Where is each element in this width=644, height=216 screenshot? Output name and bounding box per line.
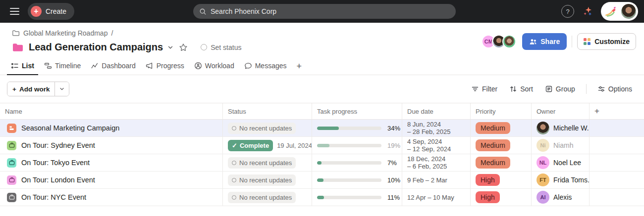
task-name-cell[interactable]: On Tour: NYC Event xyxy=(0,189,223,206)
tab-progress[interactable]: Progress xyxy=(142,58,188,75)
tab-workload[interactable]: Workload xyxy=(190,58,238,75)
create-button[interactable]: + Create xyxy=(28,3,74,20)
member-avatar-photo-2[interactable] xyxy=(502,35,516,48)
group-icon xyxy=(545,85,553,93)
priority-cell[interactable]: High xyxy=(471,189,532,206)
column-header-task-progress[interactable]: Task progress xyxy=(312,103,402,119)
menu-icon[interactable] xyxy=(6,3,23,20)
progress-percent: 7% xyxy=(387,159,397,167)
options-button[interactable]: Options xyxy=(593,83,636,95)
status-circle-icon xyxy=(201,44,207,50)
status-cell[interactable]: No recent updates ✓ xyxy=(223,189,312,206)
column-header-owner[interactable]: Owner xyxy=(532,103,590,119)
status-circle-icon xyxy=(232,161,236,165)
table-row[interactable]: On Tour: Sydney Event ✓Complete 19 Jul, … xyxy=(0,137,644,154)
tab-timeline[interactable]: Timeline xyxy=(40,58,85,75)
table-row[interactable]: On Tour: Tokyo Event No recent updates ✓… xyxy=(0,154,644,172)
due-date-line2: – 28 Feb, 2025 xyxy=(407,128,450,135)
filter-button[interactable]: Filter xyxy=(467,83,501,95)
add-work-button[interactable]: + Add work xyxy=(7,82,54,96)
set-status-button[interactable]: Set status xyxy=(201,43,241,51)
priority-cell[interactable]: Medium xyxy=(471,154,532,171)
task-name-cell[interactable]: On Tour: Tokyo Event xyxy=(0,154,223,171)
progress-bar xyxy=(317,178,381,182)
share-button[interactable]: Share xyxy=(522,33,567,50)
ai-sparkles-icon[interactable] xyxy=(582,6,593,17)
chevron-down-icon[interactable] xyxy=(167,44,174,51)
table-row[interactable]: On Tour: London Event No recent updates … xyxy=(0,172,644,189)
speech-bubble-icon xyxy=(244,62,252,70)
task-name-cell[interactable]: Seasonal Marketing Campaign xyxy=(0,120,223,136)
status-cell[interactable]: No recent updates ✓ xyxy=(223,120,312,136)
column-header-due-date[interactable]: Due date xyxy=(402,103,471,119)
customize-button[interactable]: Customize xyxy=(577,33,636,50)
due-date-cell[interactable]: 18 Dec, 2024 – 6 Feb, 2025 xyxy=(402,154,471,171)
due-date-line1: 9 Feb – 2 Mar xyxy=(407,176,447,184)
people-icon xyxy=(529,38,537,45)
topbar-right: ? xyxy=(561,2,638,21)
folder-outline-icon xyxy=(12,29,20,37)
task-progress-cell[interactable]: 19% xyxy=(312,137,402,154)
priority-cell[interactable]: Medium xyxy=(471,137,532,154)
owner-cell[interactable]: Michelle W... xyxy=(532,120,590,136)
table-row[interactable]: On Tour: NYC Event No recent updates ✓ 1… xyxy=(0,189,644,206)
status-cell[interactable]: ✓Complete 19 Jul, 2024 xyxy=(223,137,312,154)
breadcrumb[interactable]: Global Marketing Roadmap / xyxy=(12,29,241,37)
status-cell[interactable]: No recent updates ✓ xyxy=(223,172,312,188)
task-progress-cell[interactable]: 10% xyxy=(312,172,402,188)
column-header-status[interactable]: Status xyxy=(223,103,312,119)
group-button[interactable]: Group xyxy=(541,83,579,95)
due-date-cell[interactable]: 4 Sep, 2024 – 12 Sep, 2024 xyxy=(402,137,471,154)
page-title[interactable]: Lead Generation Campaigns xyxy=(29,42,163,53)
star-icon[interactable] xyxy=(179,43,188,52)
table-row[interactable]: Seasonal Marketing Campaign No recent up… xyxy=(0,120,644,137)
org-logo-phoenix-icon xyxy=(605,5,619,18)
owner-name: Alexis xyxy=(553,193,572,201)
add-tab-button[interactable]: + xyxy=(293,59,306,74)
search-input[interactable]: Search Phoenix Corp xyxy=(193,4,456,19)
owner-cell[interactable]: FT Frida Toms... xyxy=(532,172,590,188)
task-progress-cell[interactable]: 7% xyxy=(312,154,402,171)
help-button[interactable]: ? xyxy=(561,5,574,18)
owner-cell[interactable]: NL Noel Lee xyxy=(532,154,590,171)
status-badge: No recent updates xyxy=(228,174,296,186)
add-column-button[interactable]: + xyxy=(590,103,644,119)
owner-cell[interactable]: Ni Niamh xyxy=(532,137,590,154)
due-date-cell[interactable]: 9 Feb – 2 Mar xyxy=(402,172,471,188)
tab-dashboard[interactable]: Dashboard xyxy=(87,58,140,75)
status-badge: No recent updates xyxy=(228,123,296,134)
project-icon xyxy=(7,175,16,185)
tab-label: Timeline xyxy=(55,62,81,70)
app-window: + Create Search Phoenix Corp ? xyxy=(0,0,644,216)
due-date-line1: 8 Jun, 2024 xyxy=(407,121,441,128)
priority-cell[interactable]: High xyxy=(471,172,532,188)
tab-label: Workload xyxy=(205,62,234,70)
group-label: Group xyxy=(556,85,575,93)
search-placeholder: Search Phoenix Corp xyxy=(211,7,276,15)
account-pill[interactable] xyxy=(601,2,638,21)
user-avatar[interactable] xyxy=(621,4,636,19)
task-progress-cell[interactable]: 34% xyxy=(312,120,402,136)
add-work-dropdown[interactable] xyxy=(54,82,69,96)
progress-fill xyxy=(317,161,322,165)
tab-list[interactable]: List xyxy=(7,58,38,75)
due-date-cell[interactable]: 8 Jun, 2024 – 28 Feb, 2025 xyxy=(402,120,471,136)
column-header-name[interactable]: Name xyxy=(0,103,223,119)
task-progress-cell[interactable]: 11% xyxy=(312,189,402,206)
task-name-cell[interactable]: On Tour: London Event xyxy=(0,172,223,188)
task-name-cell[interactable]: On Tour: Sydney Event xyxy=(0,137,223,154)
tab-label: Progress xyxy=(157,62,184,70)
status-cell[interactable]: No recent updates ✓ xyxy=(223,154,312,171)
priority-cell[interactable]: Medium xyxy=(471,120,532,136)
tab-messages[interactable]: Messages xyxy=(240,58,291,75)
due-date-cell[interactable]: 12 Apr – 10 May xyxy=(402,189,471,206)
column-header-priority[interactable]: Priority xyxy=(471,103,532,119)
due-date-line2: – 6 Feb, 2025 xyxy=(407,163,447,170)
owner-avatar: Ni xyxy=(537,139,549,152)
project-icon xyxy=(7,193,16,202)
breadcrumb-project[interactable]: Global Marketing Roadmap xyxy=(23,29,107,37)
progress-bar xyxy=(317,127,381,130)
progress-fill xyxy=(317,196,324,199)
sort-button[interactable]: Sort xyxy=(505,83,537,95)
owner-cell[interactable]: Al Alexis xyxy=(532,189,590,206)
